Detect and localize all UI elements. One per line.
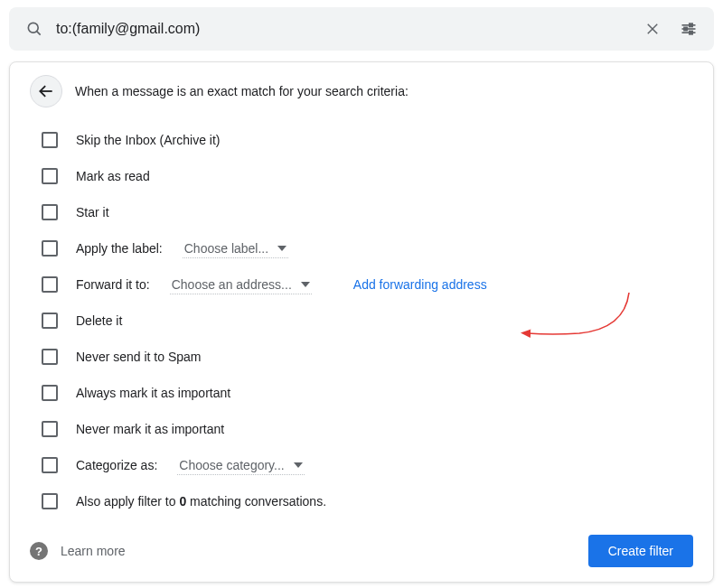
svg-marker-13 xyxy=(294,462,303,468)
label-never-important: Never mark it as important xyxy=(76,422,224,436)
label-always-important: Always mark it as important xyxy=(76,386,230,400)
label-forward: Forward it to: xyxy=(76,277,150,292)
option-never-important: Never mark it as important xyxy=(30,411,693,447)
checkbox-also-apply[interactable] xyxy=(42,493,58,509)
label-skip-inbox: Skip the Inbox (Archive it) xyxy=(76,133,221,147)
svg-rect-7 xyxy=(684,27,687,30)
dropdown-choose-label-text: Choose label... xyxy=(184,241,268,256)
search-bar xyxy=(9,7,714,51)
option-mark-read: Mark as read xyxy=(30,158,693,194)
dropdown-choose-address[interactable]: Choose an address... xyxy=(170,275,312,294)
label-star: Star it xyxy=(76,205,109,219)
checkbox-always-important[interactable] xyxy=(42,385,58,401)
label-categorize: Categorize as: xyxy=(76,458,157,472)
option-skip-inbox: Skip the Inbox (Archive it) xyxy=(30,122,693,158)
learn-more-text: Learn more xyxy=(61,544,126,558)
checkbox-delete[interactable] xyxy=(42,313,58,329)
svg-rect-9 xyxy=(690,32,692,34)
svg-marker-12 xyxy=(301,282,310,287)
option-categorize: Categorize as: Choose category... xyxy=(30,447,693,483)
option-forward: Forward it to: Choose an address... Add … xyxy=(30,266,693,303)
checkbox-forward[interactable] xyxy=(42,276,58,293)
option-always-important: Always mark it as important xyxy=(30,375,693,411)
help-icon: ? xyxy=(30,542,48,560)
back-button[interactable] xyxy=(30,75,62,107)
also-apply-pre: Also apply filter to xyxy=(76,494,179,509)
svg-marker-11 xyxy=(277,246,286,251)
label-delete: Delete it xyxy=(76,313,122,328)
svg-line-1 xyxy=(37,32,41,35)
checkbox-apply-label[interactable] xyxy=(42,240,58,257)
filter-panel: When a message is an exact match for you… xyxy=(9,61,714,583)
label-also-apply: Also apply filter to 0 matching conversa… xyxy=(76,494,326,509)
dropdown-choose-address-text: Choose an address... xyxy=(172,277,292,292)
dropdown-choose-category[interactable]: Choose category... xyxy=(177,456,304,475)
option-apply-label: Apply the label: Choose label... xyxy=(30,230,693,266)
svg-rect-5 xyxy=(690,23,692,26)
dropdown-choose-category-text: Choose category... xyxy=(179,458,284,472)
search-input[interactable] xyxy=(52,21,634,37)
option-delete: Delete it xyxy=(30,303,693,339)
checkbox-never-important[interactable] xyxy=(42,421,58,437)
option-also-apply: Also apply filter to 0 matching conversa… xyxy=(30,483,693,519)
search-options-icon[interactable] xyxy=(671,11,707,47)
svg-point-0 xyxy=(28,23,38,33)
panel-heading: When a message is an exact match for you… xyxy=(75,84,408,98)
checkbox-never-spam[interactable] xyxy=(42,349,58,365)
checkbox-skip-inbox[interactable] xyxy=(42,132,58,148)
learn-more-link[interactable]: ? Learn more xyxy=(30,542,126,560)
chevron-down-icon xyxy=(301,282,310,287)
close-icon[interactable] xyxy=(634,11,671,47)
search-icon[interactable] xyxy=(16,11,52,47)
label-mark-read: Mark as read xyxy=(76,169,150,183)
label-apply-label: Apply the label: xyxy=(76,241,163,256)
checkbox-categorize[interactable] xyxy=(42,457,58,473)
option-never-spam: Never send it to Spam xyxy=(30,339,693,375)
option-star: Star it xyxy=(30,194,693,230)
also-apply-post: matching conversations. xyxy=(186,494,326,509)
add-forwarding-address-link[interactable]: Add forwarding address xyxy=(353,277,487,292)
checkbox-mark-read[interactable] xyxy=(42,168,58,184)
chevron-down-icon xyxy=(277,246,286,251)
create-filter-button[interactable]: Create filter xyxy=(588,535,693,567)
chevron-down-icon xyxy=(294,462,303,468)
checkbox-star[interactable] xyxy=(42,204,58,220)
label-never-spam: Never send it to Spam xyxy=(76,350,202,364)
dropdown-choose-label[interactable]: Choose label... xyxy=(183,239,288,258)
